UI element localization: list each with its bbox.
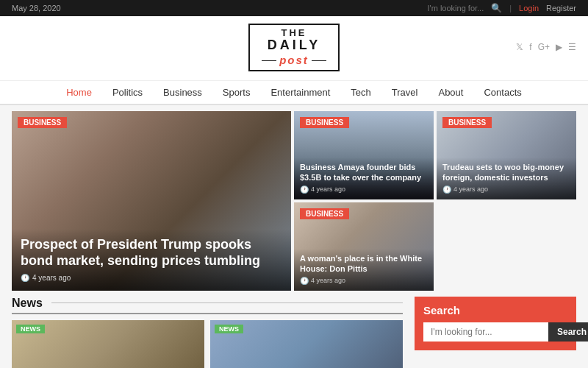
logo-post: post: [279, 54, 309, 67]
news-cards: News News: [12, 320, 403, 368]
featured-br-title: A woman's place is in the White House: D…: [300, 253, 428, 275]
featured-br-date: 4 years ago: [311, 277, 345, 284]
nav-item-politics[interactable]: Politics: [102, 81, 153, 104]
featured-tr-meta: 🕐 4 years ago: [300, 185, 428, 194]
featured-mr-meta: 🕐 4 years ago: [442, 185, 570, 194]
featured-main-title: Prospect of President Trump spooks bond …: [21, 236, 282, 269]
header-inner: THE DAILY post 𝕏 f G+ ▶ ☰: [12, 24, 576, 71]
logo[interactable]: THE DAILY post: [248, 24, 340, 71]
logo-daily: DAILY: [262, 38, 326, 53]
login-link[interactable]: Login: [519, 4, 539, 13]
news-card-2[interactable]: News: [210, 320, 403, 368]
featured-grid: Business Prospect of President Trump spo…: [12, 111, 576, 291]
featured-mr-overlay: Trudeau sets to woo big-money foreign, d…: [437, 158, 576, 199]
youtube-icon[interactable]: ▶: [556, 42, 562, 52]
nav-item-contacts[interactable]: Contacts: [473, 81, 531, 104]
featured-mr-date: 4 years ago: [453, 185, 488, 193]
clock-icon: 🕐: [21, 274, 29, 282]
clock-icon-mr: 🕐: [442, 185, 451, 194]
featured-tr-category: Business: [300, 117, 349, 128]
main-content: Business Prospect of President Trump spo…: [0, 105, 588, 368]
featured-br-overlay: A woman's place is in the White House: D…: [294, 249, 434, 291]
topbar-looking: I'm looking for...: [428, 4, 484, 13]
nav-item-business[interactable]: Business: [153, 81, 212, 104]
clock-icon-br: 🕐: [300, 277, 309, 285]
news-card-2-badge: News: [215, 325, 243, 333]
nav-item-entertainment[interactable]: Entertainment: [260, 81, 340, 104]
search-widget-title: Search: [423, 304, 567, 316]
topbar-right: I'm looking for... 🔍 | Login Register: [428, 3, 576, 13]
featured-tr-overlay: Business Amaya founder bids $3.5B to tak…: [294, 158, 434, 199]
social-icons: 𝕏 f G+ ▶ ☰: [516, 42, 576, 52]
featured-mr-title: Trudeau sets to woo big-money foreign, d…: [442, 162, 570, 183]
nav-item-tech[interactable]: Tech: [340, 81, 381, 104]
featured-main-article[interactable]: Business Prospect of President Trump spo…: [12, 111, 291, 291]
twitter-icon[interactable]: 𝕏: [516, 42, 523, 52]
featured-main-overlay: Prospect of President Trump spooks bond …: [12, 229, 291, 291]
nav-item-home[interactable]: Home: [56, 81, 102, 104]
googleplus-icon[interactable]: G+: [538, 42, 550, 52]
news-heading: News: [12, 297, 403, 314]
nav-items: Home Politics Business Sports Entertainm…: [56, 81, 532, 104]
news-card-1[interactable]: News: [12, 320, 204, 368]
featured-tr-date: 4 years ago: [311, 185, 345, 193]
featured-mid-right-article[interactable]: Business Trudeau sets to woo big-money f…: [437, 111, 576, 199]
featured-main-meta: 🕐 4 years ago: [21, 274, 282, 282]
featured-tr-title: Business Amaya founder bids $3.5B to tak…: [300, 162, 428, 183]
search-input[interactable]: [423, 322, 548, 342]
search-button[interactable]: Search: [548, 322, 588, 342]
news-heading-line: [51, 302, 403, 303]
main-nav: Home Politics Business Sports Entertainm…: [0, 81, 588, 105]
featured-bot-right-article[interactable]: Business A woman's place is in the White…: [294, 202, 434, 291]
logo-the: THE: [262, 28, 326, 38]
rss-icon[interactable]: ☰: [568, 42, 576, 52]
search-input-row: Search: [423, 322, 567, 342]
featured-top-right-article[interactable]: Business Business Amaya founder bids $3.…: [294, 111, 434, 199]
search-widget: Search Search: [415, 297, 576, 350]
register-link[interactable]: Register: [546, 4, 576, 13]
featured-br-meta: 🕐 4 years ago: [300, 277, 428, 285]
featured-main-date: 4 years ago: [32, 274, 71, 282]
search-icon[interactable]: 🔍: [491, 3, 502, 13]
featured-main-category: Business: [18, 117, 67, 128]
bottom-section: News News News Search Search: [12, 297, 576, 368]
featured-br-category: Business: [300, 208, 349, 219]
news-heading-label: News: [12, 297, 43, 310]
nav-item-about[interactable]: About: [428, 81, 473, 104]
topbar: May 28, 2020 I'm looking for... 🔍 | Logi…: [0, 0, 588, 16]
topbar-date: May 28, 2020: [12, 4, 61, 13]
news-section: News News News: [12, 297, 403, 368]
clock-icon-tr: 🕐: [300, 185, 309, 194]
facebook-icon[interactable]: f: [529, 42, 531, 52]
featured-mr-category: Business: [442, 117, 492, 128]
nav-item-sports[interactable]: Sports: [212, 81, 261, 104]
header: THE DAILY post 𝕏 f G+ ▶ ☰: [0, 16, 588, 81]
news-card-1-badge: News: [16, 325, 45, 333]
divider: |: [509, 4, 512, 13]
nav-item-travel[interactable]: Travel: [381, 81, 429, 104]
